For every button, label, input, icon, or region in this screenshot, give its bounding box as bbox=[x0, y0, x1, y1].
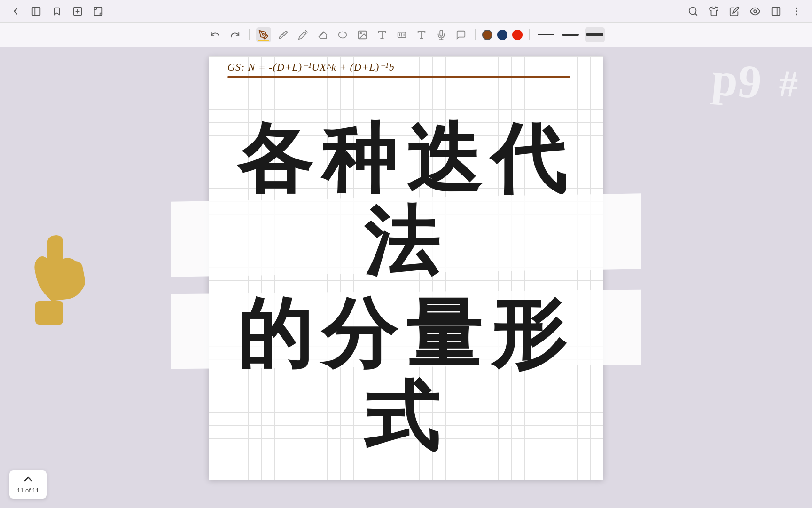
right-watermark: p9 # bbox=[712, 56, 798, 104]
svg-point-14 bbox=[262, 33, 264, 35]
shape-text-button[interactable] bbox=[394, 27, 409, 42]
svg-point-13 bbox=[796, 14, 797, 15]
top-nav-bar bbox=[0, 0, 812, 23]
svg-point-11 bbox=[796, 8, 797, 8]
lasso-tool-button[interactable] bbox=[335, 27, 350, 42]
image-tool-button[interactable] bbox=[355, 27, 370, 42]
page-counter: 11 of 11 bbox=[17, 487, 39, 494]
left-decorative-mascot bbox=[9, 202, 127, 381]
mic-tool-button[interactable] bbox=[434, 27, 449, 42]
undo-button[interactable] bbox=[208, 27, 223, 42]
line-thin-button[interactable] bbox=[536, 27, 556, 42]
svg-line-7 bbox=[695, 13, 697, 15]
eraser-tool-button[interactable] bbox=[315, 27, 330, 42]
main-title: 各种迭代法 的分量形式 bbox=[209, 118, 603, 458]
back-button[interactable] bbox=[9, 5, 22, 17]
color-red-button[interactable] bbox=[512, 30, 523, 40]
formula-text: GS: N = -(D+L)⁻¹UX^k + (D+L)⁻¹b bbox=[227, 61, 585, 73]
pen-tool-button[interactable] bbox=[256, 27, 271, 42]
template-button[interactable] bbox=[708, 5, 720, 17]
edit-button[interactable] bbox=[728, 5, 741, 17]
nav-left-group bbox=[9, 5, 104, 17]
highlighter-tool-button[interactable] bbox=[276, 27, 291, 42]
line-thick-button[interactable] bbox=[585, 27, 605, 42]
svg-line-15 bbox=[305, 30, 307, 32]
formula-area: GS: N = -(D+L)⁻¹UX^k + (D+L)⁻¹b bbox=[227, 61, 585, 99]
color-darkblue-button[interactable] bbox=[497, 30, 508, 40]
text-tool-button[interactable] bbox=[375, 27, 390, 42]
svg-rect-5 bbox=[94, 7, 102, 15]
title-line-1: 各种迭代法 bbox=[209, 118, 603, 283]
scroll-up-button[interactable] bbox=[24, 475, 32, 485]
search-button[interactable] bbox=[687, 5, 699, 17]
bookmark-button[interactable] bbox=[51, 5, 63, 17]
svg-point-12 bbox=[796, 11, 797, 12]
line-medium-button[interactable] bbox=[561, 27, 580, 42]
pencil-tool-button[interactable] bbox=[296, 27, 311, 42]
more-button[interactable] bbox=[790, 5, 803, 17]
title-line-2: 的分量形式 bbox=[209, 293, 603, 458]
formula-underline bbox=[227, 76, 570, 78]
svg-rect-9 bbox=[772, 7, 780, 15]
svg-point-17 bbox=[338, 32, 346, 38]
drawing-toolbar bbox=[0, 23, 812, 47]
page-indicator: 11 of 11 bbox=[9, 470, 47, 499]
svg-line-16 bbox=[320, 32, 323, 35]
view-button[interactable] bbox=[749, 5, 761, 17]
sep-1 bbox=[249, 29, 250, 40]
svg-point-19 bbox=[360, 32, 361, 34]
speech-bubble-button[interactable] bbox=[453, 27, 468, 42]
note-page: GS: N = -(D+L)⁻¹UX^k + (D+L)⁻¹b 各种迭代法 的分… bbox=[209, 56, 603, 480]
panel-button[interactable] bbox=[770, 5, 782, 17]
svg-rect-30 bbox=[35, 301, 63, 325]
sidebar-button[interactable] bbox=[30, 5, 42, 17]
color-brown-button[interactable] bbox=[482, 30, 492, 40]
label-tool-button[interactable] bbox=[414, 27, 429, 42]
svg-rect-0 bbox=[32, 7, 40, 15]
add-page-button[interactable] bbox=[71, 5, 84, 17]
nav-right-group bbox=[687, 5, 803, 17]
svg-point-8 bbox=[754, 10, 757, 13]
sep-2 bbox=[475, 29, 476, 40]
crop-button[interactable] bbox=[92, 5, 104, 17]
sep-3 bbox=[529, 29, 530, 40]
redo-button[interactable] bbox=[227, 27, 242, 42]
canvas-area[interactable]: p9 # GS: N = -(D+L)⁻¹UX^k + (D+L)⁻¹b 各种迭… bbox=[0, 47, 812, 508]
